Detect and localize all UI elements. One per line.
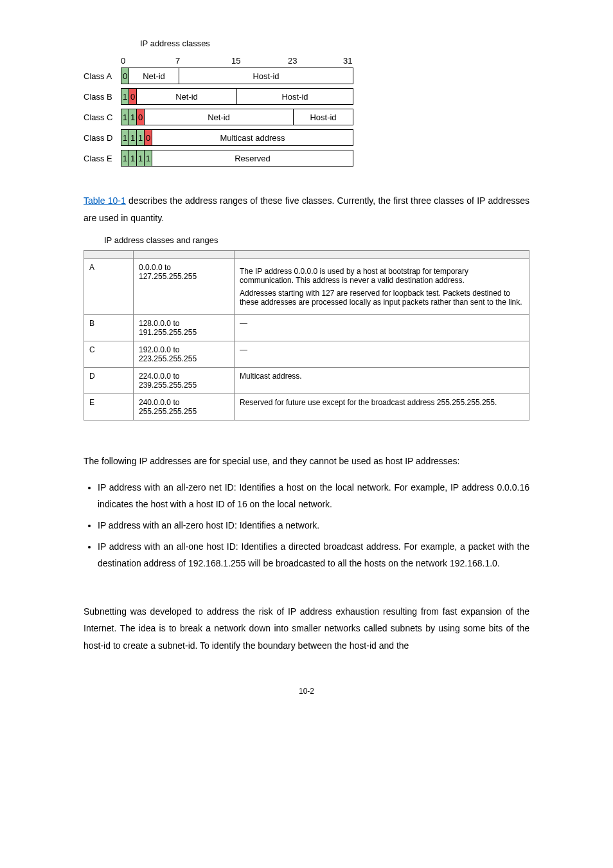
table-caption: IP address classes and ranges [104,235,529,245]
table-row: A 0.0.0.0 to 127.255.255.255 The IP addr… [84,259,529,315]
page-number: 10-2 [84,687,529,696]
table-row: B 128.0.0.0 to 191.255.255.255 — [84,315,529,341]
para-tablelink: Table 10-1 describes the address ranges … [84,192,529,226]
class-d-bit-0: 1 [121,130,129,145]
class-d-bit-1: 1 [129,130,137,145]
class-b-bit-0: 1 [121,89,129,104]
class-c-bit-1: 1 [129,109,137,125]
figure-caption: IP address classes [140,39,529,48]
desc-a-2: Addresses starting with 127 are reserved… [240,289,524,307]
class-a-netid: Net-id [129,68,179,84]
cell-class-a: A [84,259,134,315]
cell-class-d: D [84,368,134,394]
class-b-label: Class B [84,92,121,102]
class-e-bit-3: 1 [145,150,152,166]
list-item: IP address with an all-one host ID: Iden… [98,538,529,572]
class-b-hostid: Host-id [237,89,353,104]
class-d-bit-3: 0 [145,130,152,145]
class-d-row: Class D 1 1 1 0 Multicast address [84,129,529,146]
cell-range-e: 240.0.0.0 to 255.255.255.255 [134,394,235,420]
tick-15: 15 [231,56,240,66]
class-e-row: Class E 1 1 1 1 Reserved [84,150,529,167]
special-bullets: IP address with an all-zero net ID: Iden… [84,479,529,572]
th-range [134,251,235,259]
th-desc [235,251,529,259]
class-a-bit-0: 0 [121,68,129,84]
table-row: D 224.0.0.0 to 239.255.255.255 Multicast… [84,368,529,394]
cell-desc-d: Multicast address. [235,368,529,394]
para-special-intro: The following IP addresses are for speci… [84,453,529,470]
cell-range-d: 224.0.0.0 to 239.255.255.255 [134,368,235,394]
class-d-label: Class D [84,133,121,143]
tick-0: 0 [121,56,125,66]
class-e-bit-1: 1 [129,150,137,166]
class-c-netid: Net-id [145,109,294,125]
table-link[interactable]: Table 10-1 [84,195,126,206]
class-a-hostid: Host-id [179,68,353,84]
table-row: C 192.0.0.0 to 223.255.255.255 — [84,341,529,368]
table-row: E 240.0.0.0 to 255.255.255.255 Reserved … [84,394,529,420]
class-b-netid: Net-id [137,89,237,104]
cell-desc-c: — [235,341,529,368]
cell-class-e: E [84,394,134,420]
para-tablelink-rest: describes the address ranges of these fi… [84,195,529,223]
tick-23: 23 [288,56,297,66]
th-class [84,251,134,259]
tick-31: 31 [343,56,352,66]
cell-class-b: B [84,315,134,341]
desc-a-1: The IP address 0.0.0.0 is used by a host… [240,267,524,285]
cell-desc-b: — [235,315,529,341]
tick-7: 7 [175,56,180,66]
class-c-bit-2: 0 [137,109,145,125]
class-c-label: Class C [84,113,121,122]
class-b-bit-1: 0 [129,89,137,104]
class-c-bit-0: 1 [121,109,129,125]
class-e-bit-0: 1 [121,150,129,166]
cell-class-c: C [84,341,134,368]
cell-desc-e: Reserved for future use except for the b… [235,394,529,420]
class-e-reserved: Reserved [152,150,353,166]
class-d-multicast: Multicast address [152,130,353,145]
class-a-row: Class A 0 Net-id Host-id [84,68,529,84]
class-a-label: Class A [84,71,121,81]
cell-range-c: 192.0.0.0 to 223.255.255.255 [134,341,235,368]
class-b-row: Class B 1 0 Net-id Host-id [84,88,529,105]
list-item: IP address with an all-zero host ID: Ide… [98,517,529,534]
class-e-bit-2: 1 [137,150,145,166]
ip-class-table: A 0.0.0.0 to 127.255.255.255 The IP addr… [84,250,529,420]
class-d-bit-2: 1 [137,130,145,145]
class-e-label: Class E [84,154,121,163]
ip-class-diagram: 0 7 15 23 31 Class A 0 Net-id Host-id Cl… [84,56,529,167]
cell-range-b: 128.0.0.0 to 191.255.255.255 [134,315,235,341]
class-c-hostid: Host-id [294,109,353,125]
list-item: IP address with an all-zero net ID: Iden… [98,479,529,513]
class-c-row: Class C 1 1 0 Net-id Host-id [84,109,529,125]
cell-desc-a: The IP address 0.0.0.0 is used by a host… [235,259,529,315]
para-subnetting: Subnetting was developed to address the … [84,603,529,655]
cell-range-a: 0.0.0.0 to 127.255.255.255 [134,259,235,315]
